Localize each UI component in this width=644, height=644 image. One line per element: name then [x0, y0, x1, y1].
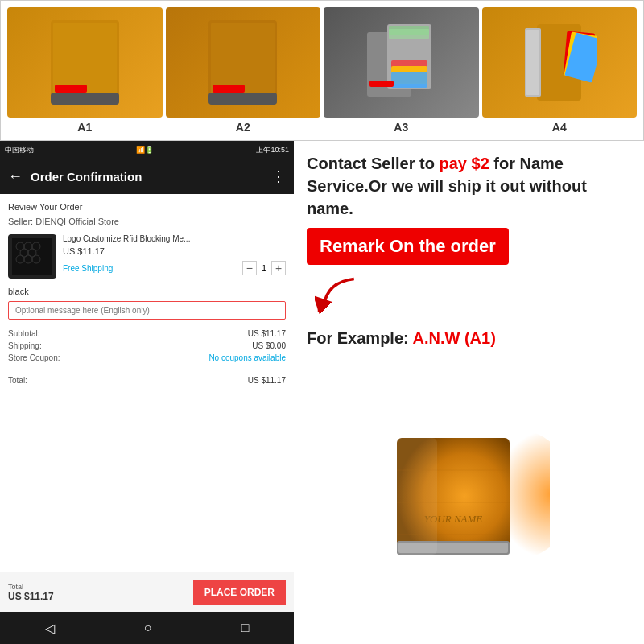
example-label: For Example: — [307, 329, 413, 347]
place-order-button[interactable]: PLACE ORDER — [193, 580, 286, 605]
shipping-row: Shipping: US $0.00 — [8, 340, 286, 352]
svg-rect-19 — [526, 30, 539, 95]
wallet-a4-label: A4 — [552, 121, 567, 134]
status-icons: 📶🔋 — [136, 146, 154, 154]
contact-price: pay $2 — [439, 155, 489, 172]
seller-label: Seller: DIENQI Official Store — [8, 217, 286, 226]
wallet-a1-image — [7, 7, 163, 118]
shipping-value: US $0.00 — [252, 341, 286, 350]
wallet-a1-label: A1 — [77, 121, 92, 134]
instruction-panel: Contact Seller to pay $2 for Name Servic… — [294, 141, 644, 644]
coupon-row: Store Coupon: No coupons available — [8, 352, 286, 364]
phone-nav-bar: ◁ ○ □ — [0, 612, 294, 644]
summary-divider — [8, 369, 286, 369]
contact-text-1: Contact Seller to — [307, 155, 439, 172]
order-summary: Subtotal: US $11.17 Shipping: US $0.00 S… — [8, 328, 286, 386]
contact-seller-text: Contact Seller to pay $2 for Name Servic… — [307, 152, 631, 220]
shipping-qty-row: Free Shipping − 1 + — [63, 261, 286, 275]
free-shipping-label: Free Shipping — [63, 264, 113, 273]
phone-footer: Total US $11.17 PLACE ORDER — [0, 572, 294, 612]
color-label: black — [8, 287, 286, 296]
phone-mockup: 中国移动 📶🔋 上午10:51 ← Order Confirmation ⋮ R… — [0, 141, 294, 644]
qty-value: 1 — [262, 263, 266, 273]
arrow-area — [307, 273, 631, 321]
wallet-a2: A2 — [166, 7, 321, 134]
wallet-a2-image — [166, 7, 321, 118]
time-text: 上午10:51 — [256, 145, 289, 155]
review-order-label: Review Your Order — [8, 202, 286, 212]
example-text: For Example: A.N.W (A1) — [307, 329, 631, 348]
svg-rect-14 — [369, 80, 394, 87]
nav-recents-icon[interactable]: □ — [242, 621, 250, 635]
product-name: Logo Customize Rfid Blocking Me... — [63, 234, 286, 243]
wallet-a4: A4 — [482, 7, 638, 134]
svg-rect-8 — [208, 93, 277, 105]
footer-total-label: Total — [8, 583, 54, 591]
subtotal-row: Subtotal: US $11.17 — [8, 328, 286, 340]
phone-app-header: ← Order Confirmation ⋮ — [0, 159, 294, 194]
product-row: Logo Customize Rfid Blocking Me... US $1… — [8, 234, 286, 279]
wallet-a3-image — [324, 7, 479, 118]
svg-rect-3 — [55, 85, 87, 93]
wallet-a3-label: A3 — [394, 121, 408, 134]
nav-home-icon[interactable]: ○ — [144, 621, 152, 635]
message-input[interactable] — [8, 301, 286, 320]
phone-status-bar: 中国移动 📶🔋 上午10:51 — [0, 141, 294, 159]
carrier-text: 中国移动 — [5, 145, 34, 155]
product-price: US $11.17 — [63, 246, 286, 256]
bottom-wallet-image: YOUR NAME — [307, 356, 631, 633]
remark-banner: Remark On the order — [307, 228, 509, 265]
wallet-a3: A3 — [324, 7, 479, 134]
subtotal-label: Subtotal: — [8, 329, 39, 338]
product-info: Logo Customize Rfid Blocking Me... US $1… — [63, 234, 286, 279]
qty-plus-button[interactable]: + — [271, 261, 286, 275]
phone-body: Review Your Order Seller: DIENQI Officia… — [0, 194, 294, 572]
nav-back-icon[interactable]: ◁ — [45, 621, 55, 636]
footer-total: Total US $11.17 — [8, 583, 54, 602]
svg-rect-13 — [391, 72, 427, 88]
wallet-a2-label: A2 — [236, 121, 250, 134]
coupon-value: No coupons available — [208, 353, 286, 362]
example-value: A.N.W (A1) — [413, 329, 496, 347]
wallet-images-section: A1 A2 — [0, 0, 644, 141]
back-icon[interactable]: ← — [8, 168, 23, 185]
total-row: Total: US $11.17 — [8, 374, 286, 386]
footer-total-amount: US $11.17 — [8, 591, 54, 602]
quantity-control: − 1 + — [242, 261, 286, 275]
svg-rect-4 — [51, 93, 119, 105]
coupon-label: Store Coupon: — [8, 353, 60, 362]
svg-rect-16 — [389, 29, 429, 39]
total-value: US $11.17 — [248, 376, 286, 385]
wallet-a1: A1 — [7, 7, 163, 134]
shipping-label: Shipping: — [8, 341, 42, 350]
app-title: Order Confirmation — [31, 170, 263, 184]
wallet-a4-image — [482, 7, 638, 118]
total-label: Total: — [8, 376, 27, 385]
svg-rect-7 — [213, 85, 245, 93]
svg-rect-42 — [397, 438, 437, 555]
subtotal-value: US $11.17 — [248, 329, 286, 338]
arrow-icon — [315, 273, 363, 321]
product-image — [8, 234, 56, 279]
more-options-icon[interactable]: ⋮ — [271, 167, 286, 185]
qty-minus-button[interactable]: − — [242, 261, 257, 275]
main-content: 中国移动 📶🔋 上午10:51 ← Order Confirmation ⋮ R… — [0, 141, 644, 644]
engraved-wallet-svg: YOUR NAME — [389, 422, 550, 567]
